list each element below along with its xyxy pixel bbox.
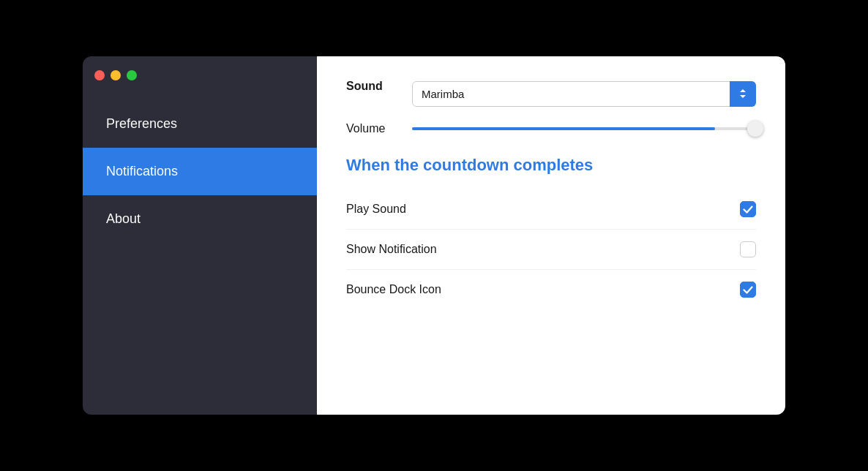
- play-sound-checkbox[interactable]: [740, 201, 756, 217]
- bounce-dock-row: Bounce Dock Icon: [346, 270, 756, 309]
- sound-section: Sound Marimba Glass Ping Tink Pop Basso …: [346, 80, 756, 135]
- sidebar-item-about[interactable]: About: [83, 195, 317, 243]
- titlebar: [83, 56, 317, 94]
- sidebar-item-notifications[interactable]: Notifications: [83, 148, 317, 195]
- volume-slider-track[interactable]: [412, 127, 756, 130]
- bounce-dock-label: Bounce Dock Icon: [346, 283, 441, 296]
- volume-slider-wrapper: [412, 127, 756, 130]
- minimize-button[interactable]: [111, 70, 121, 80]
- show-notification-label: Show Notification: [346, 243, 437, 256]
- close-button[interactable]: [94, 70, 105, 80]
- countdown-section: When the countdown completes Play Sound …: [346, 156, 756, 309]
- sidebar: Preferences Notifications About: [83, 56, 317, 415]
- sound-select[interactable]: Marimba Glass Ping Tink Pop Basso Frog F…: [412, 81, 756, 107]
- play-sound-row: Play Sound: [346, 189, 756, 230]
- sound-label: Sound: [346, 80, 412, 93]
- play-sound-label: Play Sound: [346, 203, 406, 216]
- volume-row: Volume: [346, 122, 756, 135]
- sound-select-wrapper: Marimba Glass Ping Tink Pop Basso Frog F…: [412, 81, 756, 107]
- bounce-dock-checkbox[interactable]: [740, 282, 756, 298]
- volume-label: Volume: [346, 122, 412, 135]
- app-window: Preferences Notifications About Sound Ma…: [83, 56, 785, 415]
- countdown-section-title: When the countdown completes: [346, 156, 756, 175]
- volume-slider-thumb[interactable]: [747, 121, 763, 137]
- show-notification-row: Show Notification: [346, 230, 756, 270]
- maximize-button[interactable]: [127, 70, 137, 80]
- volume-slider-fill: [412, 127, 715, 130]
- show-notification-checkbox[interactable]: [740, 241, 756, 257]
- sidebar-nav: Preferences Notifications About: [83, 94, 317, 415]
- sound-row: Sound Marimba Glass Ping Tink Pop Basso …: [346, 80, 756, 108]
- main-content: Sound Marimba Glass Ping Tink Pop Basso …: [317, 56, 785, 415]
- sidebar-item-preferences[interactable]: Preferences: [83, 100, 317, 148]
